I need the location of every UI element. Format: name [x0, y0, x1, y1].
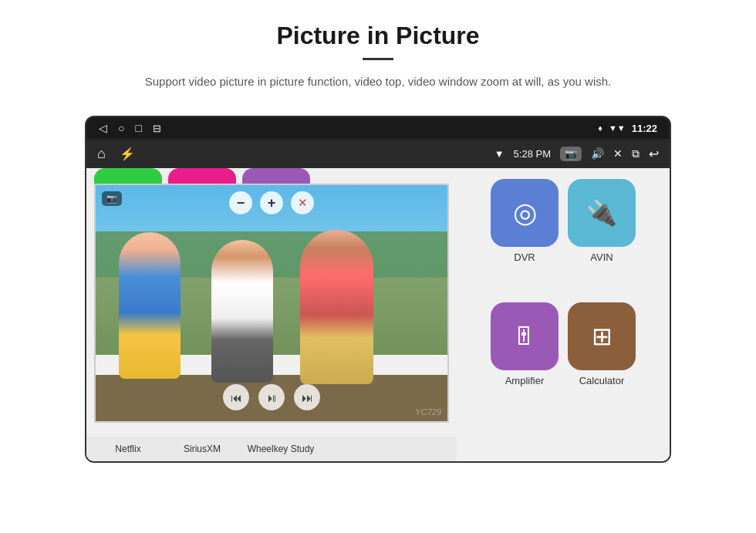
device-frame: ◁ ○ □ ⊟ ♦ ▼▼ 11:22 ⌂ ⚡ ▼ 5:28 PM 📷 🔊: [85, 116, 671, 463]
wifi-icon: ▼: [494, 148, 505, 160]
page-wrapper: Picture in Picture Support video picture…: [0, 0, 756, 533]
android-statusbar: ◁ ○ □ ⊟ ♦ ▼▼ 11:22: [86, 117, 670, 139]
pip-camera-indicator: 📷: [102, 191, 122, 206]
toolbar-right: ▼ 5:28 PM 📷 🔊 ✕ ⧉ ↩: [494, 147, 659, 161]
pip-close-btn[interactable]: ✕: [291, 191, 314, 214]
statusbar-right: ♦ ▼▼ 11:22: [598, 123, 657, 134]
avin-app[interactable]: 🔌 AVIN: [568, 179, 636, 263]
title-divider: [363, 58, 393, 60]
pip-plus-btn[interactable]: +: [260, 191, 283, 214]
location-icon: ♦: [598, 123, 602, 133]
avin-label: AVIN: [590, 251, 613, 263]
volume-button[interactable]: 🔊: [591, 147, 604, 160]
pip-overlay: 📷 − + ✕ ⏮ ⏯ ⏭: [96, 185, 447, 421]
calculator-app[interactable]: ⊞ Calculator: [568, 302, 636, 386]
pip-minus-btn[interactable]: −: [229, 191, 252, 214]
statusbar-nav: ◁ ○ □ ⊟: [99, 122, 161, 134]
app-grid: ◎ DVR 🔌 AVIN 🎚 Amplifier ⊞: [457, 168, 670, 461]
close-button[interactable]: ✕: [613, 147, 623, 160]
wifi-signal-icon: ▼▼: [609, 123, 626, 133]
menu-nav-icon[interactable]: ⊟: [153, 123, 161, 134]
play-btn[interactable]: ⏯: [258, 384, 285, 410]
page-subtitle: Support video picture in picture functio…: [77, 73, 679, 91]
pip-video: 📷 − + ✕ ⏮ ⏯ ⏭: [94, 184, 449, 423]
page-title: Picture in Picture: [46, 22, 710, 50]
usb-icon[interactable]: ⚡: [120, 147, 135, 161]
avin-icon: 🔌: [568, 179, 636, 247]
siriusxm-label: SiriusXM: [168, 444, 236, 454]
app-row-2: 🎚 Amplifier ⊞ Calculator: [469, 302, 657, 386]
next-btn[interactable]: ⏭: [294, 384, 320, 410]
pip-size-controls: − + ✕: [229, 191, 314, 214]
recent-nav-icon[interactable]: □: [135, 122, 141, 134]
wheelkey-label: Wheelkey Study: [242, 444, 319, 454]
toolbar-left: ⌂ ⚡: [97, 146, 135, 162]
toolbar-time: 5:28 PM: [514, 148, 551, 160]
calculator-label: Calculator: [579, 375, 625, 386]
amplifier-icon: 🎚: [491, 302, 559, 370]
page-header: Picture in Picture Support video picture…: [0, 0, 756, 105]
home-icon[interactable]: ⌂: [97, 146, 106, 162]
amplifier-app[interactable]: 🎚 Amplifier: [491, 302, 559, 386]
window-button[interactable]: ⧉: [632, 147, 640, 160]
netflix-label: Netflix: [94, 444, 162, 454]
back-button[interactable]: ↩: [649, 147, 659, 161]
statusbar-time: 11:22: [632, 123, 657, 134]
amplifier-label: Amplifier: [505, 375, 545, 386]
car-toolbar: ⌂ ⚡ ▼ 5:28 PM 📷 🔊 ✕ ⧉ ↩: [86, 139, 670, 168]
home-nav-icon[interactable]: ○: [118, 122, 124, 134]
camera-button[interactable]: 📷: [560, 147, 582, 161]
pip-playback-controls: ⏮ ⏯ ⏭: [223, 384, 320, 410]
dvr-app[interactable]: ◎ DVR: [491, 179, 559, 263]
prev-btn[interactable]: ⏮: [223, 384, 249, 410]
calculator-icon: ⊞: [568, 302, 636, 370]
main-content: 📷 − + ✕ ⏮ ⏯ ⏭: [86, 168, 670, 461]
dvr-icon: ◎: [491, 179, 559, 247]
bottom-app-labels-left: Netflix SiriusXM Wheelkey Study: [86, 437, 457, 461]
dvr-label: DVR: [514, 251, 535, 263]
watermark: YC729: [415, 407, 441, 417]
video-section: 📷 − + ✕ ⏮ ⏯ ⏭: [86, 168, 457, 461]
app-row-1: ◎ DVR 🔌 AVIN: [469, 179, 657, 263]
back-nav-icon[interactable]: ◁: [99, 122, 107, 134]
